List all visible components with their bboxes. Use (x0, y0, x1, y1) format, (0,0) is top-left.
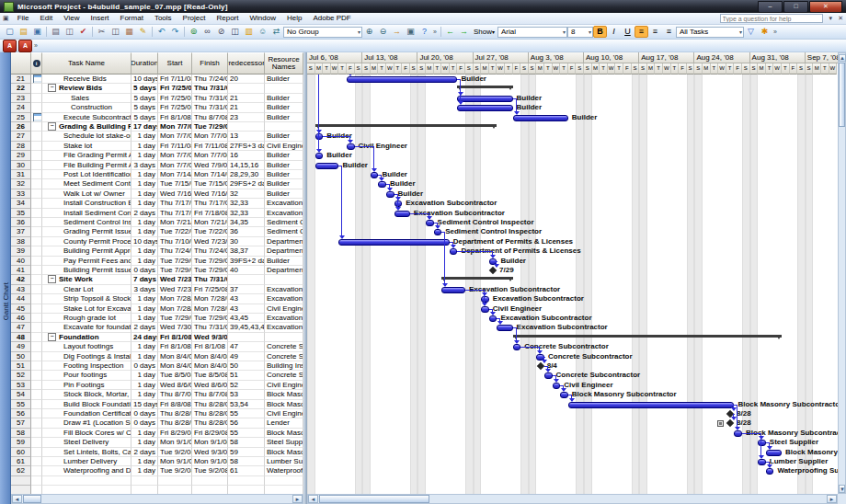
table-row[interactable]: 21Receive Bids10 daysFri 7/11/08Thu 7/24… (11, 74, 303, 84)
table-row[interactable]: 39Building Permit Approved1 dayThu 7/24/… (11, 246, 303, 256)
task-info-cell[interactable] (31, 246, 42, 256)
task-duration-cell[interactable]: 1 day (131, 342, 158, 351)
task-bar[interactable] (371, 172, 379, 178)
task-bar[interactable] (457, 96, 512, 102)
task-duration-cell[interactable]: 0 days (131, 266, 158, 275)
task-resources-cell[interactable]: Lumber Supplier (265, 457, 303, 466)
task-finish-cell[interactable]: Thu 8/7/08 (192, 113, 228, 122)
table-row[interactable]: 36Sediment Control Insp.1 dayMon 7/21/08… (11, 218, 303, 227)
menu-insert[interactable]: Insert (86, 14, 115, 22)
task-bar[interactable] (734, 430, 742, 437)
task-start-cell[interactable]: Mon 7/7/08 (158, 122, 192, 132)
task-id-cell[interactable]: 49 (11, 342, 31, 351)
task-info-cell[interactable] (31, 466, 42, 475)
hyperlink-icon[interactable]: ⊚ (187, 26, 200, 38)
task-duration-cell[interactable]: 1 day (131, 429, 158, 438)
task-resources-cell[interactable]: Excavation Subcontractor (265, 314, 303, 323)
empty-cell[interactable] (158, 476, 192, 486)
task-start-cell[interactable]: Mon 7/28/08 (158, 294, 192, 304)
task-id-cell[interactable]: 24 (11, 103, 31, 112)
empty-cell[interactable] (192, 476, 228, 486)
task-duration-cell[interactable]: 1 day (131, 151, 158, 160)
task-resources-cell[interactable]: Sediment Control Inspector (265, 227, 303, 236)
task-start-cell[interactable]: Tue 9/2/08 (158, 448, 192, 457)
go-to-task-icon[interactable]: → (390, 26, 404, 38)
task-start-cell[interactable]: Thu 8/28/08 (158, 418, 192, 428)
table-row[interactable]: 50Dig Footings & Install Reinforcing1 da… (11, 352, 303, 361)
task-duration-cell[interactable]: 1 day (131, 142, 158, 151)
collapse-icon[interactable]: − (48, 84, 56, 92)
task-start-cell[interactable]: Fri 7/25/08 (158, 103, 192, 112)
table-row[interactable]: 40Pay Permit Fees and Excise Taxes1 dayT… (11, 257, 303, 266)
task-resources-cell[interactable]: Concrete Subcontractor (265, 352, 303, 361)
task-resources-cell[interactable]: Department of Permits & Licenses (265, 246, 303, 256)
menu-edit[interactable]: Edit (35, 14, 59, 22)
table-row[interactable]: 61Lumber Delivery1 dayMon 9/1/08Mon 9/1/… (11, 457, 303, 466)
task-duration-cell[interactable]: 1 day (131, 466, 158, 475)
task-info-cell[interactable] (31, 457, 42, 466)
align-center-icon[interactable]: ≡ (648, 26, 662, 38)
task-info-cell[interactable] (31, 142, 42, 151)
task-name-cell[interactable]: County Permit Process (42, 237, 131, 246)
toolbar-overflow-icon[interactable]: » (431, 29, 439, 35)
task-id-cell[interactable]: 58 (11, 429, 31, 438)
task-duration-cell[interactable]: 1 day (131, 352, 158, 361)
task-start-cell[interactable]: Mon 7/7/08 (158, 151, 192, 160)
task-finish-cell[interactable]: Tue 7/15/08 (192, 179, 228, 189)
task-finish-cell[interactable]: Thu 7/31/08 (192, 94, 228, 103)
column-header-id[interactable] (11, 52, 31, 74)
task-name-cell[interactable]: Receive Bids (42, 74, 131, 84)
task-id-cell[interactable]: 25 (11, 113, 31, 122)
table-row[interactable]: 54Stock Block, Mortar, Sand1 dayThu 8/7/… (11, 390, 303, 399)
task-info-cell[interactable] (31, 285, 42, 294)
task-resources-cell[interactable]: Block Masonry Subcontractor (265, 400, 303, 409)
chart-scroll-thumb[interactable] (319, 495, 429, 503)
task-id-cell[interactable]: 39 (11, 246, 31, 256)
show-button[interactable]: Show▾ (471, 27, 497, 38)
task-predecessors-cell[interactable]: 43 (228, 304, 265, 314)
font-size-dropdown[interactable]: 8 (567, 27, 593, 38)
task-resources-cell[interactable]: Concrete Subcontractor (265, 371, 303, 380)
task-finish-cell[interactable]: Tue 7/29/08 (192, 122, 228, 132)
task-info-cell[interactable] (31, 361, 42, 371)
task-id-cell[interactable]: 38 (11, 237, 31, 246)
task-resources-cell[interactable]: Excavation Subcontractor (265, 209, 303, 218)
task-predecessors-cell[interactable]: 51 (228, 371, 265, 380)
task-start-cell[interactable]: Tue 7/29/08 (158, 266, 192, 275)
font-name-dropdown[interactable]: Arial (497, 27, 567, 38)
task-resources-cell[interactable]: Excavation Subcontractor (265, 285, 303, 294)
column-header-dur[interactable]: Duration (131, 52, 158, 74)
task-resources-cell[interactable]: Block Masonry Subcontractor (265, 448, 303, 457)
task-id-cell[interactable]: 37 (11, 227, 31, 236)
task-start-cell[interactable]: Mon 9/1/08 (158, 457, 192, 466)
help-search-input[interactable] (720, 14, 823, 23)
milestone-diamond[interactable] (489, 267, 497, 274)
task-duration-cell[interactable]: 1 day (131, 132, 158, 141)
menu-project[interactable]: Project (177, 14, 212, 22)
summary-bar[interactable] (441, 277, 512, 280)
task-finish-cell[interactable]: Fri 7/11/08 (192, 142, 228, 151)
task-id-cell[interactable]: 23 (11, 94, 31, 103)
task-duration-cell[interactable]: 1 day (131, 381, 158, 390)
task-start-cell[interactable]: Fri 7/11/08 (158, 142, 192, 151)
task-id-cell[interactable]: 30 (11, 161, 31, 170)
task-predecessors-cell[interactable]: 14,15,16 (228, 161, 265, 170)
task-info-cell[interactable] (31, 132, 42, 141)
scroll-up-icon[interactable]: ▲ (839, 54, 846, 62)
task-finish-cell[interactable]: Tue 7/22/08 (192, 227, 228, 236)
convert-to-pdf-icon[interactable]: A (3, 40, 17, 52)
task-duration-cell[interactable]: 24 days (131, 333, 158, 342)
task-finish-cell[interactable]: Thu 7/31/08 (192, 103, 228, 112)
formatting-overflow-icon[interactable]: » (772, 29, 779, 35)
task-name-cell[interactable]: Stock Block, Mortar, Sand (42, 390, 131, 399)
task-name-cell[interactable]: Walk Lot w/ Owner (42, 189, 131, 199)
empty-cell[interactable] (31, 476, 42, 486)
task-resources-cell[interactable]: Builder (265, 113, 303, 122)
task-name-cell[interactable]: Pin Footings (42, 381, 131, 390)
task-resources-cell[interactable]: Building Inspector (265, 361, 303, 371)
task-info-cell[interactable] (31, 390, 42, 399)
task-finish-cell[interactable]: Fri 8/29/08 (192, 429, 228, 438)
task-name-cell[interactable]: −Grading & Building Permits (42, 122, 131, 132)
milestone-diamond[interactable] (536, 362, 543, 370)
filter-dropdown[interactable]: All Tasks (676, 27, 744, 38)
